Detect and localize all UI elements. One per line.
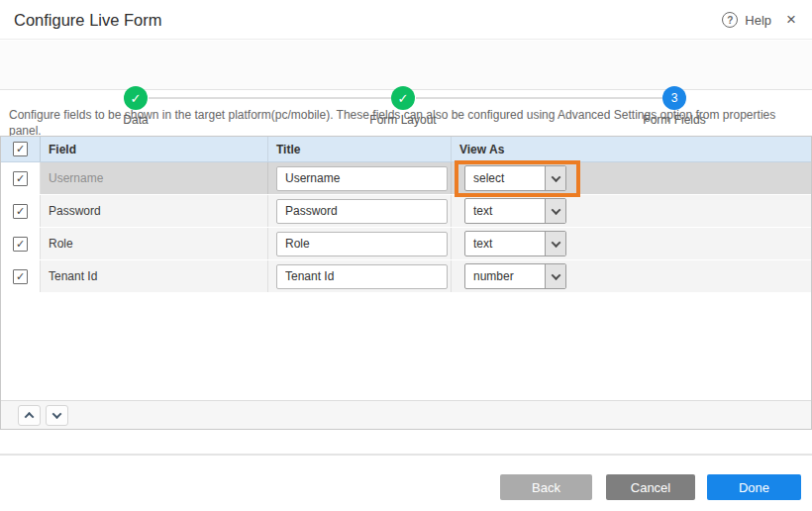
table-header-row: ✓ Field Title View As: [1, 137, 811, 162]
view-as-select[interactable]: text: [464, 231, 566, 256]
divider: [0, 454, 812, 456]
row-checkbox[interactable]: ✓: [13, 237, 28, 252]
column-header-title: Title: [276, 143, 300, 156]
field-name: Username: [49, 171, 103, 185]
select-arrow-button[interactable]: [545, 166, 565, 190]
title-bar: Configure Live Form ? Help ×: [0, 0, 812, 40]
check-icon: ✓: [16, 271, 25, 282]
field-name: Tenant Id: [49, 269, 97, 283]
title-input[interactable]: [276, 166, 448, 191]
back-button[interactable]: Back: [500, 474, 592, 500]
view-as-select[interactable]: number: [464, 263, 566, 289]
step-form-fields-badge[interactable]: 3: [662, 86, 686, 110]
title-input[interactable]: [276, 232, 448, 256]
title-input[interactable]: [276, 199, 448, 224]
view-as-select[interactable]: select: [464, 165, 566, 191]
field-name: Password: [49, 204, 101, 218]
view-as-value: text: [465, 232, 545, 256]
check-icon: ✓: [16, 206, 25, 217]
chevron-down-icon: [551, 205, 560, 215]
select-arrow-button[interactable]: [545, 199, 565, 223]
field-name: Role: [49, 237, 73, 251]
close-icon[interactable]: ×: [780, 0, 802, 40]
chevron-up-icon: [25, 411, 35, 421]
check-icon: ✓: [16, 144, 25, 154]
wizard-stepper: ✓ Data ✓ Form Layout 3 Form Fields: [0, 41, 812, 90]
cancel-button[interactable]: Cancel: [606, 474, 695, 500]
help-icon: ?: [722, 12, 738, 28]
row-checkbox[interactable]: ✓: [13, 204, 28, 219]
table-row[interactable]: ✓ Role text: [1, 228, 811, 260]
step-data-check-icon[interactable]: ✓: [124, 86, 148, 110]
select-arrow-button[interactable]: [545, 232, 565, 256]
move-down-button[interactable]: [46, 405, 68, 426]
select-all-checkbox[interactable]: ✓: [13, 142, 28, 156]
view-as-value: text: [465, 199, 545, 223]
help-label: Help: [745, 13, 771, 28]
row-checkbox[interactable]: ✓: [13, 171, 28, 186]
chevron-down-icon: [551, 238, 560, 248]
table-footer: [1, 400, 811, 429]
check-icon: ✓: [131, 92, 142, 105]
check-icon: ✓: [398, 92, 409, 105]
view-as-value: select: [465, 166, 545, 190]
help-button[interactable]: ? Help: [722, 12, 771, 28]
table-row[interactable]: ✓ Username select: [1, 162, 811, 195]
row-checkbox[interactable]: ✓: [13, 269, 28, 284]
titlebar-controls: ? Help ×: [722, 0, 802, 40]
check-icon: ✓: [16, 173, 25, 184]
column-header-field: Field: [49, 143, 76, 156]
done-button[interactable]: Done: [707, 474, 801, 500]
fields-table: ✓ Field Title View As ✓ Username select: [0, 136, 812, 430]
step-form-layout-check-icon[interactable]: ✓: [391, 86, 415, 110]
chevron-down-icon: [551, 270, 560, 280]
table-row[interactable]: ✓ Password text: [1, 195, 811, 228]
description-text: Configure fields to be shown in the targ…: [9, 107, 803, 139]
step-number: 3: [671, 91, 678, 105]
view-as-value: number: [465, 264, 545, 288]
column-header-view-as: View As: [459, 143, 504, 156]
step-connector: [149, 97, 391, 99]
chevron-down-icon: [551, 172, 560, 182]
step-connector: [416, 97, 662, 99]
view-as-select[interactable]: text: [464, 198, 566, 224]
title-input[interactable]: [276, 264, 448, 289]
check-icon: ✓: [16, 239, 25, 250]
select-arrow-button[interactable]: [545, 264, 565, 288]
page-title: Configure Live Form: [14, 0, 161, 40]
chevron-down-icon: [52, 409, 62, 419]
move-up-button[interactable]: [18, 405, 41, 426]
table-row[interactable]: ✓ Tenant Id number: [1, 260, 811, 293]
